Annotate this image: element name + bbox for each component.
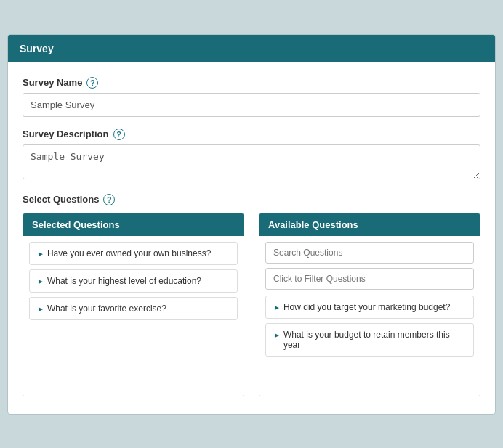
survey-description-label: Survey Description ? — [23, 129, 480, 140]
triangle-icon: ► — [37, 305, 44, 313]
panel-title: Survey — [20, 43, 54, 54]
filter-questions-input[interactable] — [265, 268, 474, 290]
panel-header: Survey — [8, 35, 495, 62]
list-item[interactable]: ► Have you ever owned your own business? — [29, 242, 238, 265]
list-item[interactable]: ► What is your budget to retain members … — [265, 323, 474, 357]
panel-body: Survey Name ? Survey Description ? Selec… — [8, 62, 495, 414]
survey-name-help-icon[interactable]: ? — [86, 77, 98, 89]
survey-name-group: Survey Name ? — [23, 77, 480, 117]
list-item[interactable]: ► How did you target your marketing budg… — [265, 296, 474, 319]
survey-name-label: Survey Name ? — [23, 77, 480, 89]
dual-list-container: Selected Questions ► Have you ever owned… — [23, 213, 480, 396]
triangle-icon: ► — [37, 250, 44, 258]
triangle-icon: ► — [37, 277, 44, 285]
list-item[interactable]: ► What is your favorite exercise? — [29, 297, 238, 320]
available-questions-panel: Available Questions ► How did you target… — [259, 213, 480, 396]
available-questions-header: Available Questions — [259, 213, 480, 236]
selected-questions-panel: Selected Questions ► Have you ever owned… — [23, 213, 244, 396]
survey-description-textarea[interactable] — [23, 144, 480, 179]
search-questions-input[interactable] — [265, 242, 474, 264]
selected-questions-header: Selected Questions — [23, 213, 244, 236]
select-questions-help-icon[interactable]: ? — [103, 194, 115, 205]
survey-panel: Survey Survey Name ? Survey Description … — [7, 34, 496, 415]
survey-description-group: Survey Description ? — [23, 129, 480, 182]
survey-description-help-icon[interactable]: ? — [113, 129, 125, 140]
survey-name-input[interactable] — [23, 93, 480, 117]
select-questions-label: Select Questions ? — [23, 194, 480, 205]
triangle-icon: ► — [273, 304, 281, 311]
selected-questions-body: ► Have you ever owned your own business?… — [23, 236, 244, 396]
available-questions-body: ► How did you target your marketing budg… — [259, 236, 480, 396]
list-item[interactable]: ► What is your highest level of educatio… — [29, 269, 238, 293]
triangle-icon: ► — [273, 331, 281, 339]
